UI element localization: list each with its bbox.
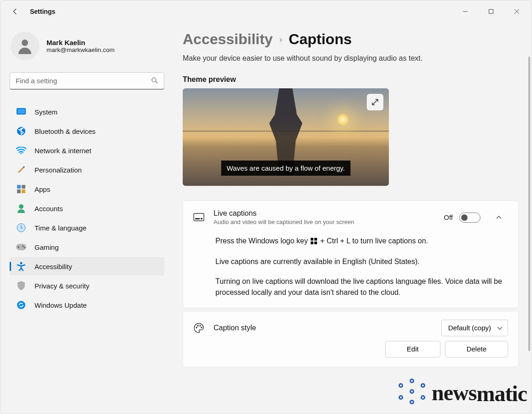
nav-label: Gaming [35,243,59,251]
avatar [11,32,39,60]
svg-rect-20 [194,213,204,221]
live-captions-title: Live captions [214,209,434,218]
theme-preview-heading: Theme preview [183,75,519,84]
svg-rect-21 [195,218,200,219]
caption-style-title: Caption style [214,324,432,332]
expand-preview-button[interactable] [367,94,383,110]
system-icon [16,107,26,117]
svg-point-16 [23,246,24,247]
bluetooth-icon [16,126,26,136]
accounts-icon [16,203,26,213]
nav-label: Network & internet [35,147,91,155]
window-controls [452,2,530,21]
nav-item-personalization[interactable]: Personalization [10,161,164,179]
svg-rect-11 [17,190,21,193]
breadcrumb-current: Captions [289,31,352,48]
svg-point-3 [152,78,156,82]
nav-label: Accounts [35,205,63,213]
gamepad-icon [16,242,26,252]
maximize-button[interactable] [478,2,504,21]
nav-label: Bluetooth & devices [35,127,96,135]
nav-item-update[interactable]: Windows Update [10,296,164,314]
chevron-down-icon [497,325,503,333]
svg-rect-22 [201,218,202,219]
live-captions-lang: Live captions are currently available in… [215,256,508,267]
svg-rect-23 [311,238,313,241]
minimize-button[interactable] [452,2,478,21]
nav-item-time[interactable]: Time & language [10,218,164,237]
wifi-icon [16,145,26,155]
caption-style-dropdown[interactable]: Default (copy) [441,320,508,336]
live-captions-subtitle: Audio and video will be captioned live o… [214,218,434,225]
clock-icon [16,223,26,233]
svg-point-18 [20,262,23,264]
nav-label: Time & language [35,224,87,232]
captions-icon [193,213,204,222]
svg-point-28 [197,325,198,326]
svg-rect-6 [17,109,25,114]
nav-label: Personalization [35,166,82,174]
search-input[interactable] [10,72,164,90]
svg-rect-1 [489,10,493,14]
chevron-right-icon: › [279,34,283,45]
nav-item-accounts[interactable]: Accounts [10,199,164,218]
svg-rect-24 [314,238,317,241]
nav-item-apps[interactable]: Apps [10,180,164,198]
page-description: Make your device easier to use without s… [183,54,519,63]
nav-label: Apps [35,185,50,193]
profile-block[interactable]: Mark Kaelin mark@markwkaelin.com [10,32,164,60]
nav-label: Accessibility [35,263,72,270]
nav-item-system[interactable]: System [10,103,164,121]
live-captions-toggle[interactable] [459,213,480,223]
breadcrumb-parent[interactable]: Accessibility [183,31,273,48]
dropdown-value: Default (copy) [448,324,491,332]
close-button[interactable] [504,2,530,21]
svg-rect-12 [22,190,25,193]
svg-rect-26 [314,242,317,244]
live-captions-header[interactable]: Live captions Audio and video will be ca… [183,201,518,234]
live-captions-body: Press the Windows logo key + Ctrl + L to… [183,234,518,308]
theme-preview: Waves are caused by a flow of energy. [183,88,389,186]
toggle-state-label: Off [444,213,453,221]
caption-style-card: Caption style Default (copy) Edit Delete [183,311,519,367]
chevron-up-icon[interactable] [490,214,508,221]
window-title: Settings [30,8,55,15]
update-icon [16,300,26,310]
profile-name: Mark Kaelin [46,39,115,46]
sidebar: Mark Kaelin mark@markwkaelin.com System … [0,23,171,414]
live-captions-card: Live captions Audio and video will be ca… [183,201,519,308]
svg-point-19 [17,301,25,309]
nav: System Bluetooth & devices Network & int… [10,103,164,314]
nav-item-gaming[interactable]: Gaming [10,238,164,256]
scrollbar[interactable] [528,57,530,351]
nav-label: System [35,108,58,116]
svg-point-27 [196,327,197,328]
nav-label: Windows Update [35,301,87,309]
svg-point-17 [24,247,25,248]
profile-email: mark@markwkaelin.com [46,46,115,53]
nav-item-accessibility[interactable]: Accessibility [10,257,164,276]
accessibility-icon [16,261,26,271]
nav-item-network[interactable]: Network & internet [10,141,164,160]
windows-logo-icon [311,236,317,247]
caption-sample-text: Waves are caused by a flow of energy. [221,161,351,176]
svg-point-13 [19,204,23,209]
nav-item-privacy[interactable]: Privacy & security [10,276,164,295]
live-captions-tip: Press the Windows logo key + Ctrl + L to… [215,236,508,247]
breadcrumb: Accessibility › Captions [183,31,519,48]
svg-point-29 [200,325,201,326]
svg-line-4 [156,81,157,83]
svg-point-30 [201,327,202,328]
svg-rect-9 [17,185,21,189]
svg-rect-10 [22,185,25,189]
shield-icon [16,281,26,291]
titlebar: Settings [0,0,532,23]
svg-point-2 [22,40,28,46]
main-content: Accessibility › Captions Make your devic… [171,23,532,414]
back-button[interactable] [11,7,20,16]
edit-button[interactable]: Edit [385,341,440,357]
apps-icon [16,184,26,194]
delete-button[interactable]: Delete [445,341,508,357]
nav-item-bluetooth[interactable]: Bluetooth & devices [10,122,164,140]
palette-icon [193,323,204,333]
